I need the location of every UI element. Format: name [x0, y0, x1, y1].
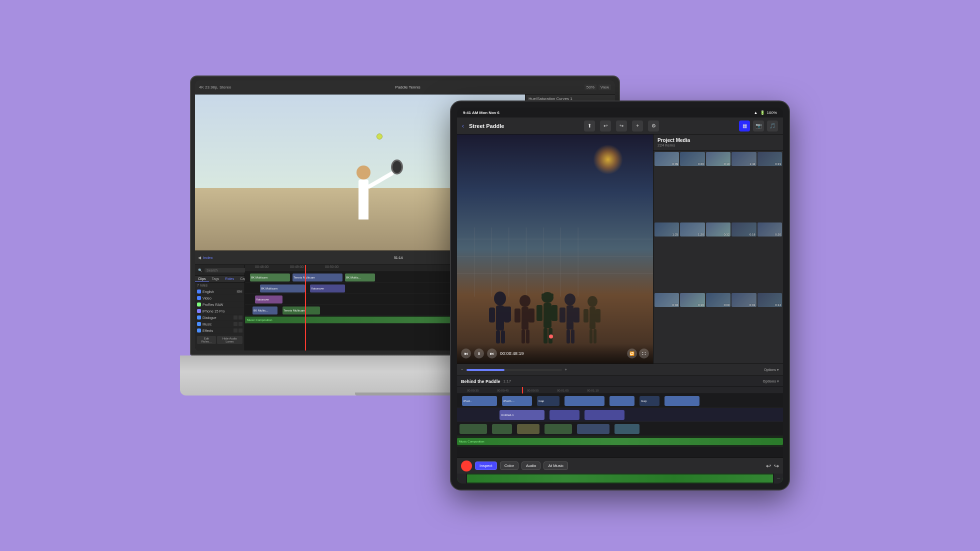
clip-voiceover[interactable]: Voiceover [310, 284, 345, 292]
ipad-broll-clip-3[interactable] [517, 424, 540, 434]
svg-rect-37 [566, 330, 570, 344]
media-thumb[interactable]: 1:42 [732, 152, 756, 166]
media-thumb[interactable]: 0:09 [654, 152, 679, 166]
role-label: English [202, 290, 214, 294]
redo-button[interactable]: ↪ [616, 120, 627, 132]
timeline-duration: 1:17 [504, 379, 512, 384]
redo-icon[interactable]: ↪ [774, 462, 779, 470]
clip-voiceover-2[interactable]: Voiceover [255, 296, 282, 304]
media-thumb[interactable]: 0:16 [680, 293, 704, 307]
status-time: 9:41 AM Mon Nov 6 [463, 110, 500, 115]
ipad-broll-clip-2[interactable] [492, 424, 512, 434]
media-thumb[interactable]: 0:14 [758, 293, 782, 307]
zoom-slider[interactable] [466, 369, 562, 371]
timeline-project-name: Behind the Paddle [461, 379, 500, 384]
media-thumb[interactable]: 1:20 [680, 222, 704, 236]
media-thumb[interactable]: 0:02 [654, 293, 679, 307]
share-button[interactable]: ⬆ [584, 120, 595, 132]
undo-icon[interactable]: ↩ [766, 462, 771, 470]
timeline-footer-buttons: Edit Roles... Hide Audio Lanes [195, 334, 244, 346]
svg-rect-28 [544, 303, 552, 328]
ipad-broll-clip-4[interactable] [544, 424, 572, 434]
media-thumb[interactable]: 0:20 [758, 222, 782, 236]
at-music-button[interactable]: At Music [544, 462, 568, 470]
scroll-indicator[interactable]: ⋯ [774, 474, 783, 484]
photo-button[interactable]: 📷 [753, 120, 764, 132]
ipad-body: 9:41 AM Mon Nov 6 ▲ 🔋 100% ‹ Street Padd… [450, 100, 790, 490]
fullscreen-button[interactable]: ⛶ [639, 348, 649, 358]
ipad-primary-track: Untitled-1 [457, 408, 783, 422]
timeline-zoom-out[interactable]: − [461, 368, 464, 372]
media-thumb[interactable]: 0:32 [706, 222, 730, 236]
inspect-button[interactable]: Inspect [475, 462, 497, 470]
view-button[interactable]: View [598, 84, 611, 90]
battery-percentage: 100% [767, 110, 777, 115]
hide-audio-button[interactable]: Hide Audio Lanes [217, 336, 242, 344]
loop-button[interactable]: 🔁 [627, 348, 637, 358]
clip-multicam-1[interactable]: 8K Multicam [260, 284, 305, 292]
ipad-broll-clip-1[interactable] [460, 424, 487, 434]
back-chevron-icon[interactable]: ‹ [462, 122, 464, 130]
rewind-button[interactable]: ⏮ [461, 348, 471, 358]
color-button[interactable]: Color [500, 462, 518, 470]
svg-rect-21 [522, 307, 528, 330]
music-composition-bar[interactable]: Music Composition [457, 438, 783, 445]
fastforward-button[interactable]: ⏭ [487, 348, 497, 358]
ipad-clip[interactable] [610, 396, 634, 406]
audio-button-footer[interactable]: Audio [522, 462, 540, 470]
role-music: Music [195, 321, 244, 328]
media-thumb[interactable]: 0:09 [706, 293, 730, 307]
media-browser-header: Project Media 224 Items [654, 134, 783, 151]
tab-roles[interactable]: Roles [222, 276, 237, 282]
clip-8k-multicam-1[interactable]: 8K Multicam [250, 274, 290, 282]
ipad-clip-gap-2[interactable]: Gap [640, 396, 660, 406]
ipad-broll-clip-5[interactable] [577, 424, 610, 434]
media-button[interactable]: ▦ [739, 120, 750, 132]
media-thumb[interactable]: 0:23 [758, 152, 782, 166]
role-dot [197, 309, 201, 313]
media-browser-title: Project Media [658, 138, 779, 143]
zoom-level[interactable]: 50% [584, 84, 596, 90]
skimming-label: Options ▾ [764, 368, 779, 372]
ipad-primary-clip-3[interactable] [584, 410, 624, 420]
edit-roles-button[interactable]: Edit Roles... [197, 336, 216, 344]
timeline-zoom-in[interactable]: + [565, 368, 568, 372]
ipad-primary-clip-2[interactable] [550, 410, 580, 420]
media-thumb[interactable]: 0:18 [732, 222, 756, 236]
ipad-clip[interactable]: iPad... [462, 396, 497, 406]
clip-8k-multicam-2[interactable]: 8K Multic... [345, 274, 375, 282]
timeline-options[interactable]: Options ▾ [763, 380, 779, 384]
role-label: Effects [202, 329, 213, 332]
back-icon[interactable]: ◀ [198, 256, 201, 260]
ipad-broll-clip-6[interactable] [614, 424, 640, 434]
role-dot [197, 328, 201, 332]
media-thumb[interactable]: 0:10 [706, 152, 730, 166]
audio-button[interactable]: 🎵 [767, 120, 778, 132]
tab-clips[interactable]: Clips [195, 276, 209, 282]
add-button[interactable]: + [632, 120, 643, 132]
media-thumb[interactable]: 0:26 [680, 152, 704, 166]
ipad-clip[interactable] [564, 396, 604, 406]
ipad-primary-clip[interactable]: Untitled-1 [500, 410, 544, 420]
tab-tags[interactable]: Tags [209, 276, 222, 282]
ipad-clip[interactable] [664, 396, 700, 406]
media-thumb[interactable]: 1:25 [654, 222, 679, 236]
wifi-icon: ▲ [754, 110, 758, 115]
thumb-duration: 1:42 [750, 162, 756, 166]
fcp-format-info: 4K 23.98p, Stereo [199, 85, 232, 90]
media-thumb[interactable]: 0:01 [732, 293, 756, 307]
record-button[interactable] [461, 460, 472, 472]
clip-tennis-multicam-1[interactable]: Tennis Multicam [292, 274, 342, 282]
settings-button[interactable]: ⚙ [648, 120, 659, 132]
clip-8k-multic[interactable]: 8K Multic... [252, 306, 278, 314]
undo-button[interactable]: ↩ [600, 120, 611, 132]
timeline-sidebar: 🔍 Clips Tags Roles Captions 7 roles [195, 265, 245, 350]
role-label: Video [202, 296, 212, 300]
fcp-ipad-app: 9:41 AM Mon Nov 6 ▲ 🔋 100% ‹ Street Padd… [457, 108, 783, 484]
ipad-device: 9:41 AM Mon Nov 6 ▲ 🔋 100% ‹ Street Padd… [450, 100, 790, 490]
ipad-clip[interactable]: iPad L... [502, 396, 532, 406]
media-grid: 0:09 0:26 0:10 1:42 0:23 1:25 1:20 0:32 … [654, 151, 783, 364]
clip-tennis-multicam-2[interactable]: Tennis Multicam [282, 306, 320, 314]
ipad-clip-gap[interactable]: Gap [537, 396, 560, 406]
pause-button[interactable]: ⏸ [474, 348, 484, 358]
